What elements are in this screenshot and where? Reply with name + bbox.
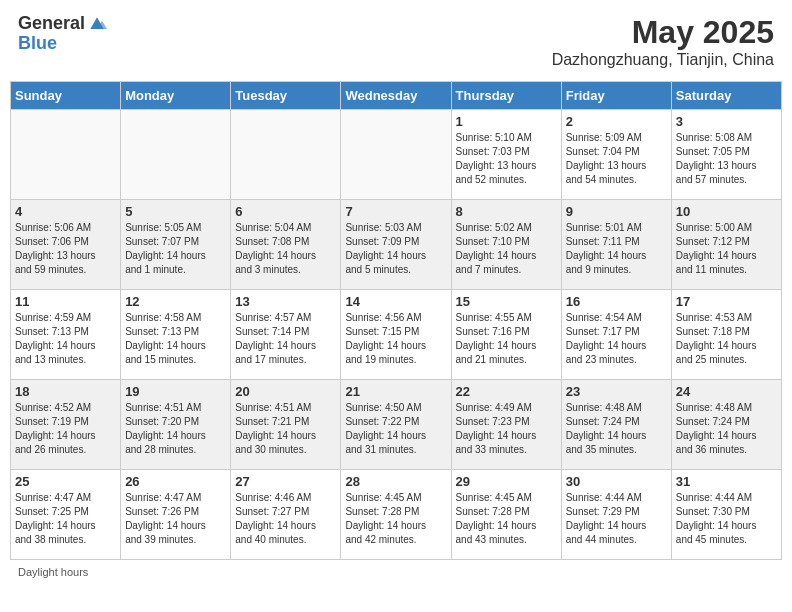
day-info: Sunrise: 4:45 AM Sunset: 7:28 PM Dayligh…	[345, 491, 446, 547]
logo: General Blue	[18, 14, 107, 54]
day-number: 19	[125, 384, 226, 399]
day-number: 1	[456, 114, 557, 129]
day-info: Sunrise: 4:49 AM Sunset: 7:23 PM Dayligh…	[456, 401, 557, 457]
calendar-day-cell: 24Sunrise: 4:48 AM Sunset: 7:24 PM Dayli…	[671, 380, 781, 470]
day-number: 24	[676, 384, 777, 399]
calendar-day-cell: 3Sunrise: 5:08 AM Sunset: 7:05 PM Daylig…	[671, 110, 781, 200]
calendar-day-cell: 5Sunrise: 5:05 AM Sunset: 7:07 PM Daylig…	[121, 200, 231, 290]
page-header: General Blue May 2025 Dazhongzhuang, Tia…	[10, 10, 782, 73]
calendar-day-cell	[341, 110, 451, 200]
calendar-day-cell: 7Sunrise: 5:03 AM Sunset: 7:09 PM Daylig…	[341, 200, 451, 290]
calendar-day-cell	[11, 110, 121, 200]
day-info: Sunrise: 4:51 AM Sunset: 7:21 PM Dayligh…	[235, 401, 336, 457]
day-info: Sunrise: 5:01 AM Sunset: 7:11 PM Dayligh…	[566, 221, 667, 277]
day-number: 8	[456, 204, 557, 219]
header-day-tuesday: Tuesday	[231, 82, 341, 110]
calendar-day-cell: 15Sunrise: 4:55 AM Sunset: 7:16 PM Dayli…	[451, 290, 561, 380]
calendar-day-cell: 21Sunrise: 4:50 AM Sunset: 7:22 PM Dayli…	[341, 380, 451, 470]
logo-blue-text: Blue	[18, 34, 107, 54]
day-info: Sunrise: 4:47 AM Sunset: 7:25 PM Dayligh…	[15, 491, 116, 547]
day-info: Sunrise: 4:50 AM Sunset: 7:22 PM Dayligh…	[345, 401, 446, 457]
calendar-day-cell: 19Sunrise: 4:51 AM Sunset: 7:20 PM Dayli…	[121, 380, 231, 470]
calendar-week-row: 11Sunrise: 4:59 AM Sunset: 7:13 PM Dayli…	[11, 290, 782, 380]
calendar-day-cell: 6Sunrise: 5:04 AM Sunset: 7:08 PM Daylig…	[231, 200, 341, 290]
day-number: 30	[566, 474, 667, 489]
day-number: 18	[15, 384, 116, 399]
day-number: 7	[345, 204, 446, 219]
footer-label: Daylight hours	[10, 566, 782, 578]
calendar-day-cell: 4Sunrise: 5:06 AM Sunset: 7:06 PM Daylig…	[11, 200, 121, 290]
calendar-day-cell: 1Sunrise: 5:10 AM Sunset: 7:03 PM Daylig…	[451, 110, 561, 200]
month-title: May 2025	[552, 14, 774, 51]
calendar-day-cell: 17Sunrise: 4:53 AM Sunset: 7:18 PM Dayli…	[671, 290, 781, 380]
day-info: Sunrise: 4:52 AM Sunset: 7:19 PM Dayligh…	[15, 401, 116, 457]
day-info: Sunrise: 4:58 AM Sunset: 7:13 PM Dayligh…	[125, 311, 226, 367]
day-info: Sunrise: 4:46 AM Sunset: 7:27 PM Dayligh…	[235, 491, 336, 547]
title-block: May 2025 Dazhongzhuang, Tianjin, China	[552, 14, 774, 69]
day-info: Sunrise: 4:51 AM Sunset: 7:20 PM Dayligh…	[125, 401, 226, 457]
day-info: Sunrise: 4:47 AM Sunset: 7:26 PM Dayligh…	[125, 491, 226, 547]
day-info: Sunrise: 5:05 AM Sunset: 7:07 PM Dayligh…	[125, 221, 226, 277]
day-number: 6	[235, 204, 336, 219]
calendar-day-cell: 25Sunrise: 4:47 AM Sunset: 7:25 PM Dayli…	[11, 470, 121, 560]
header-day-thursday: Thursday	[451, 82, 561, 110]
calendar-day-cell: 22Sunrise: 4:49 AM Sunset: 7:23 PM Dayli…	[451, 380, 561, 470]
day-number: 15	[456, 294, 557, 309]
day-info: Sunrise: 5:03 AM Sunset: 7:09 PM Dayligh…	[345, 221, 446, 277]
calendar-day-cell: 18Sunrise: 4:52 AM Sunset: 7:19 PM Dayli…	[11, 380, 121, 470]
calendar-header-row: SundayMondayTuesdayWednesdayThursdayFrid…	[11, 82, 782, 110]
header-day-wednesday: Wednesday	[341, 82, 451, 110]
day-number: 14	[345, 294, 446, 309]
calendar-day-cell: 30Sunrise: 4:44 AM Sunset: 7:29 PM Dayli…	[561, 470, 671, 560]
calendar-day-cell	[121, 110, 231, 200]
day-number: 9	[566, 204, 667, 219]
day-number: 5	[125, 204, 226, 219]
day-info: Sunrise: 4:48 AM Sunset: 7:24 PM Dayligh…	[566, 401, 667, 457]
day-info: Sunrise: 5:00 AM Sunset: 7:12 PM Dayligh…	[676, 221, 777, 277]
day-info: Sunrise: 4:48 AM Sunset: 7:24 PM Dayligh…	[676, 401, 777, 457]
day-number: 25	[15, 474, 116, 489]
calendar-week-row: 1Sunrise: 5:10 AM Sunset: 7:03 PM Daylig…	[11, 110, 782, 200]
calendar-day-cell: 8Sunrise: 5:02 AM Sunset: 7:10 PM Daylig…	[451, 200, 561, 290]
day-number: 17	[676, 294, 777, 309]
day-number: 26	[125, 474, 226, 489]
calendar-day-cell: 20Sunrise: 4:51 AM Sunset: 7:21 PM Dayli…	[231, 380, 341, 470]
day-number: 31	[676, 474, 777, 489]
day-info: Sunrise: 4:45 AM Sunset: 7:28 PM Dayligh…	[456, 491, 557, 547]
day-number: 20	[235, 384, 336, 399]
day-number: 2	[566, 114, 667, 129]
day-number: 13	[235, 294, 336, 309]
header-day-sunday: Sunday	[11, 82, 121, 110]
day-info: Sunrise: 4:44 AM Sunset: 7:30 PM Dayligh…	[676, 491, 777, 547]
day-number: 23	[566, 384, 667, 399]
day-info: Sunrise: 4:57 AM Sunset: 7:14 PM Dayligh…	[235, 311, 336, 367]
calendar-week-row: 18Sunrise: 4:52 AM Sunset: 7:19 PM Dayli…	[11, 380, 782, 470]
calendar-day-cell: 29Sunrise: 4:45 AM Sunset: 7:28 PM Dayli…	[451, 470, 561, 560]
calendar-day-cell: 31Sunrise: 4:44 AM Sunset: 7:30 PM Dayli…	[671, 470, 781, 560]
calendar-day-cell: 12Sunrise: 4:58 AM Sunset: 7:13 PM Dayli…	[121, 290, 231, 380]
day-info: Sunrise: 5:06 AM Sunset: 7:06 PM Dayligh…	[15, 221, 116, 277]
day-info: Sunrise: 4:55 AM Sunset: 7:16 PM Dayligh…	[456, 311, 557, 367]
header-day-monday: Monday	[121, 82, 231, 110]
day-info: Sunrise: 5:10 AM Sunset: 7:03 PM Dayligh…	[456, 131, 557, 187]
calendar-day-cell: 16Sunrise: 4:54 AM Sunset: 7:17 PM Dayli…	[561, 290, 671, 380]
calendar-week-row: 4Sunrise: 5:06 AM Sunset: 7:06 PM Daylig…	[11, 200, 782, 290]
header-day-friday: Friday	[561, 82, 671, 110]
day-number: 16	[566, 294, 667, 309]
day-number: 27	[235, 474, 336, 489]
day-info: Sunrise: 4:56 AM Sunset: 7:15 PM Dayligh…	[345, 311, 446, 367]
day-number: 10	[676, 204, 777, 219]
logo-general-text: General	[18, 14, 85, 34]
calendar-day-cell: 14Sunrise: 4:56 AM Sunset: 7:15 PM Dayli…	[341, 290, 451, 380]
header-day-saturday: Saturday	[671, 82, 781, 110]
day-number: 29	[456, 474, 557, 489]
calendar-day-cell: 2Sunrise: 5:09 AM Sunset: 7:04 PM Daylig…	[561, 110, 671, 200]
day-info: Sunrise: 5:02 AM Sunset: 7:10 PM Dayligh…	[456, 221, 557, 277]
calendar-day-cell: 27Sunrise: 4:46 AM Sunset: 7:27 PM Dayli…	[231, 470, 341, 560]
calendar-day-cell: 28Sunrise: 4:45 AM Sunset: 7:28 PM Dayli…	[341, 470, 451, 560]
day-number: 12	[125, 294, 226, 309]
calendar-day-cell: 23Sunrise: 4:48 AM Sunset: 7:24 PM Dayli…	[561, 380, 671, 470]
day-number: 21	[345, 384, 446, 399]
day-info: Sunrise: 4:53 AM Sunset: 7:18 PM Dayligh…	[676, 311, 777, 367]
calendar-week-row: 25Sunrise: 4:47 AM Sunset: 7:25 PM Dayli…	[11, 470, 782, 560]
